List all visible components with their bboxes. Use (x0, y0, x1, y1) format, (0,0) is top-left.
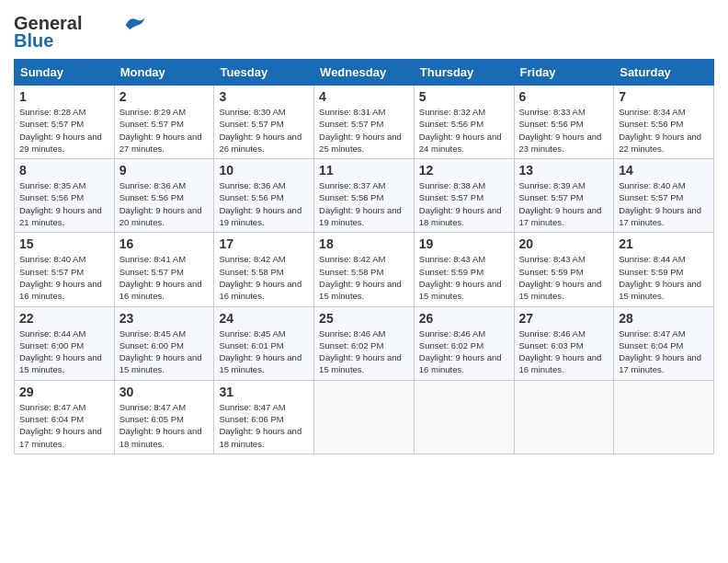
day-number: 30 (119, 385, 210, 399)
day-info: Sunrise: 8:44 AMSunset: 6:00 PMDaylight:… (19, 327, 109, 376)
calendar-cell: 7 Sunrise: 8:34 AMSunset: 5:56 PMDayligh… (614, 86, 714, 159)
day-info: Sunrise: 8:43 AMSunset: 5:59 PMDaylight:… (519, 253, 609, 302)
calendar-cell: 28 Sunrise: 8:47 AMSunset: 6:04 PMDaylig… (614, 306, 714, 380)
calendar-week-2: 8 Sunrise: 8:35 AMSunset: 5:56 PMDayligh… (15, 159, 714, 233)
calendar-cell: 2 Sunrise: 8:29 AMSunset: 5:57 PMDayligh… (114, 86, 214, 159)
day-number: 11 (319, 163, 409, 178)
day-number: 19 (419, 236, 509, 251)
calendar-cell: 20 Sunrise: 8:43 AMSunset: 5:59 PMDaylig… (514, 233, 614, 306)
calendar-cell: 12 Sunrise: 8:38 AMSunset: 5:57 PMDaylig… (414, 159, 514, 233)
calendar-cell (414, 380, 514, 454)
calendar-table: SundayMondayTuesdayWednesdayThursdayFrid… (14, 59, 714, 454)
day-number: 29 (19, 385, 109, 399)
day-info: Sunrise: 8:28 AMSunset: 5:57 PMDaylight:… (19, 106, 109, 155)
calendar-cell: 1 Sunrise: 8:28 AMSunset: 5:57 PMDayligh… (15, 86, 115, 159)
day-number: 9 (119, 163, 210, 178)
day-number: 10 (219, 163, 309, 178)
day-info: Sunrise: 8:46 AMSunset: 6:02 PMDaylight:… (419, 327, 509, 376)
calendar-cell (614, 380, 714, 454)
day-info: Sunrise: 8:35 AMSunset: 5:56 PMDaylight:… (19, 179, 109, 228)
day-info: Sunrise: 8:30 AMSunset: 5:57 PMDaylight:… (219, 106, 309, 155)
page-header: General Blue (14, 9, 714, 52)
day-number: 4 (319, 89, 409, 104)
day-number: 27 (519, 311, 609, 326)
calendar-cell: 13 Sunrise: 8:39 AMSunset: 5:57 PMDaylig… (514, 159, 614, 233)
day-info: Sunrise: 8:43 AMSunset: 5:59 PMDaylight:… (419, 253, 509, 302)
calendar-week-5: 29 Sunrise: 8:47 AMSunset: 6:04 PMDaylig… (15, 380, 714, 454)
weekday-header-monday: Monday (114, 60, 214, 86)
weekday-header-friday: Friday (514, 60, 614, 86)
day-number: 13 (519, 163, 609, 178)
logo-bird-icon (124, 15, 146, 31)
calendar-cell: 27 Sunrise: 8:46 AMSunset: 6:03 PMDaylig… (514, 306, 614, 380)
day-info: Sunrise: 8:45 AMSunset: 6:00 PMDaylight:… (119, 327, 210, 376)
weekday-header-thursday: Thursday (414, 60, 514, 86)
calendar-cell: 26 Sunrise: 8:46 AMSunset: 6:02 PMDaylig… (414, 306, 514, 380)
day-number: 3 (219, 89, 309, 104)
day-info: Sunrise: 8:34 AMSunset: 5:56 PMDaylight:… (619, 106, 709, 155)
day-info: Sunrise: 8:33 AMSunset: 5:56 PMDaylight:… (519, 106, 609, 155)
calendar-cell: 5 Sunrise: 8:32 AMSunset: 5:56 PMDayligh… (414, 86, 514, 159)
weekday-header-sunday: Sunday (15, 60, 115, 86)
calendar-cell: 24 Sunrise: 8:45 AMSunset: 6:01 PMDaylig… (214, 306, 314, 380)
day-info: Sunrise: 8:46 AMSunset: 6:03 PMDaylight:… (519, 327, 609, 376)
day-number: 21 (619, 236, 709, 251)
weekday-header-tuesday: Tuesday (214, 60, 314, 86)
day-info: Sunrise: 8:36 AMSunset: 5:56 PMDaylight:… (119, 179, 210, 228)
day-info: Sunrise: 8:47 AMSunset: 6:04 PMDaylight:… (19, 401, 109, 450)
calendar-cell: 17 Sunrise: 8:42 AMSunset: 5:58 PMDaylig… (214, 233, 314, 306)
day-info: Sunrise: 8:41 AMSunset: 5:57 PMDaylight:… (119, 253, 210, 302)
day-number: 20 (519, 236, 609, 251)
day-info: Sunrise: 8:47 AMSunset: 6:05 PMDaylight:… (119, 401, 210, 450)
day-number: 6 (519, 89, 609, 104)
day-number: 31 (219, 385, 309, 399)
day-info: Sunrise: 8:31 AMSunset: 5:57 PMDaylight:… (319, 106, 409, 155)
calendar-cell: 30 Sunrise: 8:47 AMSunset: 6:05 PMDaylig… (114, 380, 214, 454)
calendar-cell: 22 Sunrise: 8:44 AMSunset: 6:00 PMDaylig… (15, 306, 115, 380)
day-info: Sunrise: 8:42 AMSunset: 5:58 PMDaylight:… (219, 253, 309, 302)
day-number: 17 (219, 236, 309, 251)
day-number: 2 (119, 89, 210, 104)
day-info: Sunrise: 8:37 AMSunset: 5:56 PMDaylight:… (319, 179, 409, 228)
calendar-cell: 9 Sunrise: 8:36 AMSunset: 5:56 PMDayligh… (114, 159, 214, 233)
day-number: 26 (419, 311, 509, 326)
day-number: 14 (619, 163, 709, 178)
day-info: Sunrise: 8:32 AMSunset: 5:56 PMDaylight:… (419, 106, 509, 155)
calendar-week-1: 1 Sunrise: 8:28 AMSunset: 5:57 PMDayligh… (15, 86, 714, 159)
calendar-cell: 11 Sunrise: 8:37 AMSunset: 5:56 PMDaylig… (314, 159, 415, 233)
day-number: 7 (619, 89, 709, 104)
day-number: 15 (19, 236, 109, 251)
day-number: 5 (419, 89, 509, 104)
calendar-cell: 3 Sunrise: 8:30 AMSunset: 5:57 PMDayligh… (214, 86, 314, 159)
day-number: 24 (219, 311, 309, 326)
day-number: 18 (319, 236, 409, 251)
day-number: 12 (419, 163, 509, 178)
day-number: 8 (19, 163, 109, 178)
day-info: Sunrise: 8:42 AMSunset: 5:58 PMDaylight:… (319, 253, 409, 302)
calendar-cell: 15 Sunrise: 8:40 AMSunset: 5:57 PMDaylig… (15, 233, 115, 306)
calendar-week-3: 15 Sunrise: 8:40 AMSunset: 5:57 PMDaylig… (15, 233, 714, 306)
calendar-cell: 19 Sunrise: 8:43 AMSunset: 5:59 PMDaylig… (414, 233, 514, 306)
day-number: 23 (119, 311, 210, 326)
day-info: Sunrise: 8:47 AMSunset: 6:04 PMDaylight:… (619, 327, 709, 376)
calendar-cell: 25 Sunrise: 8:46 AMSunset: 6:02 PMDaylig… (314, 306, 415, 380)
day-number: 28 (619, 311, 709, 326)
day-info: Sunrise: 8:39 AMSunset: 5:57 PMDaylight:… (519, 179, 609, 228)
weekday-header-saturday: Saturday (614, 60, 714, 86)
day-info: Sunrise: 8:47 AMSunset: 6:06 PMDaylight:… (219, 401, 309, 450)
day-number: 16 (119, 236, 210, 251)
day-info: Sunrise: 8:29 AMSunset: 5:57 PMDaylight:… (119, 106, 210, 155)
weekday-header-wednesday: Wednesday (314, 60, 415, 86)
day-info: Sunrise: 8:46 AMSunset: 6:02 PMDaylight:… (319, 327, 409, 376)
logo: General Blue (14, 9, 146, 52)
day-number: 25 (319, 311, 409, 326)
day-info: Sunrise: 8:44 AMSunset: 5:59 PMDaylight:… (619, 253, 709, 302)
calendar-cell: 18 Sunrise: 8:42 AMSunset: 5:58 PMDaylig… (314, 233, 415, 306)
calendar-cell: 23 Sunrise: 8:45 AMSunset: 6:00 PMDaylig… (114, 306, 214, 380)
calendar-cell: 29 Sunrise: 8:47 AMSunset: 6:04 PMDaylig… (15, 380, 115, 454)
calendar-cell (314, 380, 415, 454)
day-number: 1 (19, 89, 109, 104)
calendar-cell (514, 380, 614, 454)
calendar-cell: 10 Sunrise: 8:36 AMSunset: 5:56 PMDaylig… (214, 159, 314, 233)
day-info: Sunrise: 8:36 AMSunset: 5:56 PMDaylight:… (219, 179, 309, 228)
